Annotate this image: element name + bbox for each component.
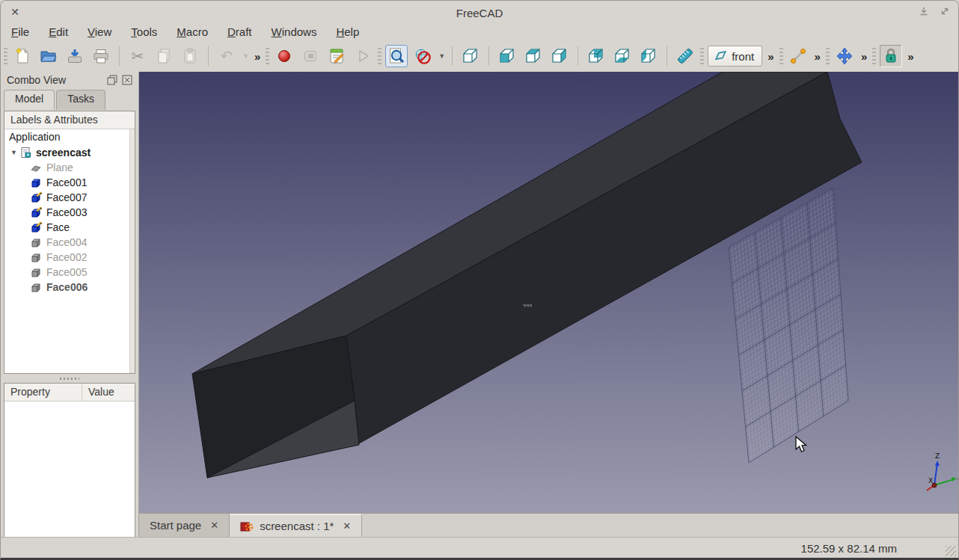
tab-close-icon[interactable]: ✕ [343, 520, 351, 532]
edit-macro-icon[interactable] [325, 45, 348, 67]
3d-viewport[interactable]: Z Y X [139, 72, 959, 513]
titlebar[interactable]: ✕ FreeCAD [1, 1, 958, 25]
window-restore-icon[interactable] [939, 5, 951, 20]
working-plane-selector[interactable]: front [708, 46, 762, 67]
toolbar-handle[interactable] [779, 48, 783, 64]
menu-item-file[interactable]: File [11, 25, 29, 38]
toolbar-handle[interactable] [826, 48, 830, 64]
resize-grip[interactable] [946, 546, 956, 556]
undo-icon[interactable]: ↶ [215, 45, 238, 67]
dimensions-readout: 152.59 x 82.14 mm [801, 542, 897, 555]
face-cube-blue-edited-icon [30, 206, 42, 218]
view-top-icon[interactable] [522, 45, 545, 67]
document-icon [19, 147, 31, 159]
draw-style-icon[interactable] [411, 45, 434, 67]
menu-item-windows[interactable]: Windows [272, 25, 317, 38]
toolbar-overflow-button[interactable]: » [906, 50, 915, 63]
tree-item-face005[interactable]: Face005 [4, 265, 135, 280]
toolbar-overflow-button[interactable]: » [253, 50, 262, 63]
new-file-icon[interactable] [11, 45, 34, 67]
freecad-icon [240, 520, 254, 533]
property-column-property[interactable]: Property [4, 384, 82, 401]
tree-item-plane[interactable]: Plane [4, 160, 135, 175]
working-plane-icon [713, 49, 728, 64]
menu-item-help[interactable]: Help [336, 25, 359, 38]
tree-root-application[interactable]: Application [4, 129, 135, 145]
view-axonometric-icon[interactable] [459, 45, 482, 67]
tree-item-face[interactable]: Face [4, 220, 135, 235]
toolbar-overflow-button[interactable]: » [813, 50, 822, 63]
menu-item-edit[interactable]: Edit [49, 25, 68, 38]
tree-item-face001[interactable]: Face001 [4, 175, 135, 190]
combo-view-title: Combo View [7, 74, 102, 86]
property-column-value[interactable]: Value [82, 384, 120, 401]
tree-item-face006[interactable]: Face006 [4, 280, 135, 295]
open-folder-icon[interactable] [37, 45, 60, 67]
draw-style-dropdown-icon[interactable]: ▼ [438, 52, 445, 60]
window-close-icon[interactable]: ✕ [8, 5, 22, 19]
view-rear-icon[interactable] [585, 45, 607, 67]
tree-item-label: Face005 [46, 266, 87, 278]
expander-icon[interactable]: ▼ [10, 149, 19, 156]
menu-item-view[interactable]: View [88, 25, 111, 38]
window-minimize-icon[interactable] [918, 5, 930, 20]
face-cube-blue-edited-icon [30, 221, 42, 233]
paste-icon[interactable] [179, 45, 201, 67]
doc-tab-label: Start page [150, 519, 201, 532]
tree-item-face002[interactable]: Face002 [4, 250, 135, 265]
draft-line-icon[interactable] [787, 45, 809, 67]
print-icon[interactable] [90, 45, 112, 67]
ruler-icon[interactable] [674, 45, 696, 67]
tree-item-label: Plane [46, 161, 73, 173]
menu-item-tools[interactable]: Tools [131, 25, 157, 38]
tree-item-face004[interactable]: Face004 [4, 235, 135, 250]
tree-scrollbar[interactable] [129, 129, 135, 373]
panel-splitter[interactable] [4, 375, 135, 382]
doc-tab-start-page[interactable]: Start page✕ [139, 514, 230, 537]
tree-item-label: Face [46, 221, 70, 233]
view-left-icon[interactable] [637, 45, 660, 67]
view-bottom-icon[interactable] [611, 45, 634, 67]
tree-item-face003[interactable]: Face003 [4, 205, 135, 220]
menu-item-draft[interactable]: Draft [227, 25, 252, 38]
fit-all-icon[interactable] [385, 45, 408, 67]
toolbar-handle[interactable] [700, 48, 704, 64]
execute-macro-icon[interactable] [352, 45, 374, 67]
record-macro-icon[interactable] [273, 45, 295, 67]
document-tabbar: Start page✕screencast : 1*✕ [139, 513, 958, 537]
combo-view-tabs: ModelTasks [1, 90, 138, 110]
tree-item-label: Face006 [46, 281, 88, 293]
snap-lock-icon[interactable] [880, 45, 902, 67]
cut-icon[interactable]: ✂ [126, 45, 149, 67]
tree-item-face007[interactable]: Face007 [4, 190, 135, 205]
doc-tab-screencast-1-[interactable]: screencast : 1*✕ [230, 514, 362, 537]
freecad-window: ✕ FreeCAD FileEditViewToolsMacroDraftWin… [0, 0, 959, 560]
view-right-icon[interactable] [548, 45, 571, 67]
panel-close-icon[interactable] [122, 75, 132, 85]
tab-model[interactable]: Model [4, 90, 55, 110]
stop-macro-icon[interactable] [299, 45, 322, 67]
toolbar-handle[interactable] [872, 48, 876, 64]
undo-dropdown-icon[interactable]: ▼ [242, 52, 249, 60]
combo-view-panel: Combo View ModelTasks Labels & Attribute… [1, 72, 139, 537]
tree-item-document[interactable]: ▼ screencast [4, 145, 135, 160]
toolbar-handle[interactable] [266, 48, 269, 64]
statusbar: 152.59 x 82.14 mm [1, 537, 958, 559]
menubar: FileEditViewToolsMacroDraftWindowsHelp [1, 23, 958, 40]
move-icon[interactable] [833, 45, 856, 67]
toolbar-handle[interactable] [378, 48, 382, 64]
menu-item-macro[interactable]: Macro [177, 25, 208, 38]
view-front-icon[interactable] [496, 45, 518, 67]
tab-tasks[interactable]: Tasks [56, 90, 105, 110]
save-icon[interactable] [64, 45, 86, 67]
combo-view-titlebar[interactable]: Combo View [1, 72, 138, 88]
panel-float-icon[interactable] [107, 75, 117, 85]
tab-close-icon[interactable]: ✕ [210, 520, 218, 531]
tree-item-label: Face003 [46, 206, 87, 218]
toolbar-overflow-button[interactable]: » [860, 50, 868, 63]
copy-icon[interactable] [153, 45, 175, 67]
toolbar-overflow-button[interactable]: » [766, 50, 775, 63]
face-cube-gray-icon [30, 236, 42, 248]
tree-header: Labels & Attributes [4, 111, 135, 129]
toolbar-handle[interactable] [4, 48, 7, 64]
